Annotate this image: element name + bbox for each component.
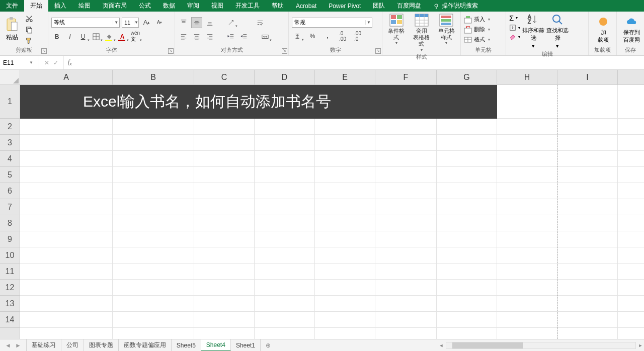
align-top-button[interactable] (178, 17, 189, 28)
copy-button[interactable] (25, 26, 33, 34)
orientation-button[interactable] (225, 17, 236, 28)
number-format-input[interactable] (292, 20, 365, 26)
tab-team[interactable]: 团队 (367, 0, 391, 12)
row-header-1[interactable]: 1 (0, 85, 20, 119)
insert-function-button[interactable]: fx (64, 58, 76, 66)
tab-data[interactable]: 数据 (157, 0, 181, 12)
format-cells-button[interactable]: 格式▾ (464, 36, 490, 44)
col-header-E[interactable]: E (315, 70, 375, 84)
scroll-left-icon[interactable]: ◄ (438, 343, 445, 348)
banner-cell[interactable]: Excel输入书名，如何自动添加书名号 (20, 85, 497, 119)
enter-formula-button[interactable]: ✓ (53, 59, 58, 66)
sheet-tab-Sheet4[interactable]: Sheet4 (201, 339, 231, 351)
clipboard-launcher[interactable]: ↘ (41, 48, 47, 54)
cancel-formula-button[interactable]: ✕ (44, 59, 49, 66)
sheet-nav[interactable]: ◄ ► (0, 339, 27, 351)
col-header-G[interactable]: G (437, 70, 497, 84)
tab-layout[interactable]: 页面布局 (97, 0, 133, 12)
scroll-right-icon[interactable]: ► (637, 343, 644, 348)
comma-button[interactable]: , (322, 31, 333, 42)
tab-insert[interactable]: 插入 (48, 0, 72, 12)
conditional-format-button[interactable]: 条件格式 ▾ (385, 14, 408, 46)
scroll-track[interactable] (446, 342, 636, 349)
tab-help[interactable]: 帮助 (266, 0, 290, 12)
sheet-tab-函数专题偏应用[interactable]: 函数专题偏应用 (119, 339, 172, 351)
tab-draw[interactable]: 绘图 (72, 0, 97, 12)
paste-button[interactable]: 粘贴 (3, 16, 21, 43)
font-size-combo[interactable]: ▼ (122, 18, 139, 28)
addins-button[interactable]: 加 载项 (592, 14, 615, 44)
tab-review[interactable]: 审阅 (181, 0, 205, 12)
delete-cells-button[interactable]: 删除▾ (464, 26, 490, 34)
tab-acrobat[interactable]: Acrobat (290, 0, 323, 12)
add-sheet-button[interactable]: ⊕ (261, 339, 276, 351)
alignment-launcher[interactable]: ↘ (282, 48, 287, 54)
tab-baidu[interactable]: 百度网盘 (391, 0, 427, 12)
fill-color-button[interactable] (104, 31, 115, 42)
bold-button[interactable]: B (51, 31, 62, 42)
increase-font-button[interactable]: A▴ (141, 17, 152, 28)
clear-button[interactable]: ▾ (509, 33, 520, 40)
accounting-format-button[interactable] (292, 31, 303, 42)
col-header-H[interactable]: H (497, 70, 557, 84)
row-header-7[interactable]: 7 (0, 199, 20, 215)
col-header-F[interactable]: F (375, 70, 437, 84)
tab-powerpivot[interactable]: Power Pivot (323, 0, 367, 12)
font-name-input[interactable] (52, 20, 113, 26)
row-header-13[interactable]: 13 (0, 296, 20, 312)
autosum-button[interactable]: Σ▾ (509, 14, 520, 22)
sheet-tab-图表专题[interactable]: 图表专题 (84, 339, 119, 351)
cut-button[interactable] (25, 15, 33, 23)
sort-filter-button[interactable]: AZ 排序和筛选▾ (522, 14, 544, 49)
align-middle-button[interactable] (191, 17, 202, 28)
row-header-6[interactable]: 6 (0, 183, 20, 199)
select-all-corner[interactable] (0, 70, 20, 85)
merge-center-button[interactable] (260, 31, 271, 42)
font-color-button[interactable]: A (117, 31, 128, 42)
row-header-2[interactable]: 2 (0, 119, 20, 135)
name-box[interactable]: ▼ (0, 56, 39, 69)
wrap-text-button[interactable] (255, 17, 266, 28)
decrease-indent-button[interactable] (225, 31, 236, 42)
align-right-button[interactable] (204, 31, 215, 42)
col-header-D[interactable]: D (255, 70, 315, 84)
save-baidu-button[interactable]: 保存到 百度网 (620, 14, 643, 44)
row-header-8[interactable]: 8 (0, 215, 20, 231)
format-painter-button[interactable] (25, 37, 33, 45)
font-name-combo[interactable]: ▼ (51, 18, 120, 28)
tab-dev[interactable]: 开发工具 (229, 0, 266, 12)
row-header-10[interactable]: 10 (0, 247, 20, 264)
row-header-14[interactable]: 14 (0, 312, 20, 328)
row-header-4[interactable]: 4 (0, 151, 20, 167)
col-header-A[interactable]: A (20, 70, 113, 84)
tab-view[interactable]: 视图 (205, 0, 229, 12)
row-header-5[interactable]: 5 (0, 167, 20, 183)
row-header-9[interactable]: 9 (0, 231, 20, 247)
tell-me-search[interactable]: 操作说明搜索 (427, 0, 484, 12)
sheet-prev-icon[interactable]: ◄ (5, 342, 11, 349)
sheet-tab-Sheet1[interactable]: Sheet1 (231, 339, 261, 351)
underline-button[interactable]: U (77, 31, 89, 42)
col-header-C[interactable]: C (194, 70, 255, 84)
tab-formulas[interactable]: 公式 (133, 0, 157, 12)
decrease-decimal-button[interactable]: .00.0 (352, 31, 363, 42)
sheet-tab-基础练习[interactable]: 基础练习 (27, 339, 61, 351)
col-header-B[interactable]: B (113, 70, 194, 84)
number-launcher[interactable]: ↘ (375, 48, 381, 54)
border-button[interactable] (91, 31, 102, 42)
find-select-button[interactable]: 查找和选择▾ (546, 14, 569, 49)
row-header-12[interactable]: 12 (0, 280, 20, 296)
name-box-input[interactable] (0, 59, 29, 66)
sheet-next-icon[interactable]: ► (15, 342, 21, 349)
increase-decimal-button[interactable]: .0.00 (337, 31, 348, 42)
align-bottom-button[interactable] (204, 17, 215, 28)
tab-file[interactable]: 文件 (0, 0, 24, 12)
col-header-I[interactable]: I (557, 70, 618, 84)
align-center-button[interactable] (191, 31, 202, 42)
sheet-tab-公司[interactable]: 公司 (61, 339, 84, 351)
format-as-table-button[interactable]: 套用 表格格式 ▾ (411, 14, 433, 52)
fill-button[interactable]: ▾ (509, 24, 520, 31)
percent-button[interactable]: % (307, 31, 318, 42)
phonetic-button[interactable]: wén文 (130, 31, 141, 42)
align-left-button[interactable] (178, 31, 189, 42)
